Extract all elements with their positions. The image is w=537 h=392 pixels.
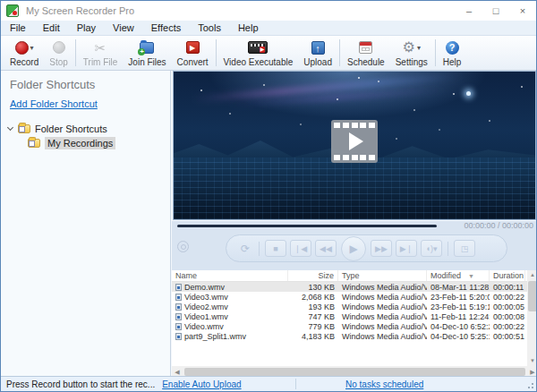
stop-button[interactable]: Stop	[44, 36, 73, 70]
column-header-type[interactable]: Type	[338, 270, 427, 281]
folder-shortcuts-panel: Folder Shortcuts Add Folder Shortcut Fol…	[1, 71, 171, 377]
app-window: My Screen Recorder Pro – □ × File Edit P…	[0, 0, 537, 392]
play-triangle-icon	[349, 132, 363, 150]
enable-auto-upload-link[interactable]: Enable Auto Upload	[162, 379, 241, 389]
toolbar-separator	[339, 39, 340, 66]
preview-stars	[174, 72, 175, 73]
table-row[interactable]: Video1.wmv 747 KB Windows Media Audio/Vi…	[172, 311, 527, 321]
menu-bar: File Edit Play View Effects Tools Help	[1, 21, 536, 36]
window-title: My Screen Recorder Pro	[26, 5, 134, 16]
skip-forward-button[interactable]: ▶❘	[396, 240, 417, 257]
help-button[interactable]: ? Help	[438, 36, 467, 70]
record-icon	[15, 41, 29, 55]
menu-edit[interactable]: Edit	[43, 22, 60, 33]
convert-icon	[186, 41, 200, 54]
video-file-icon	[175, 333, 182, 340]
resize-grip[interactable]	[527, 382, 534, 389]
skip-back-button[interactable]: ❘◀	[290, 240, 311, 257]
fast-forward-button[interactable]: ▶▶	[371, 240, 392, 257]
join-files-icon	[140, 42, 154, 54]
table-row[interactable]: Video3.wmv 2,068 KB Windows Media Audio/…	[172, 292, 527, 302]
scroll-down-icon[interactable]: ▼	[527, 356, 537, 366]
folder-icon	[18, 124, 30, 133]
preview-star	[466, 91, 471, 96]
table-header: Name Size Type Modified▼ Duration	[172, 270, 527, 282]
volume-button[interactable]: ◖)▾	[421, 240, 442, 257]
scroll-right-icon[interactable]: ▶	[527, 369, 537, 376]
video-file-icon	[175, 313, 182, 320]
trim-file-button[interactable]: ✂ Trim File	[78, 36, 124, 70]
rewind-button[interactable]: ◀◀	[315, 240, 337, 257]
schedule-icon	[359, 41, 372, 54]
recordings-table: Name Size Type Modified▼ Duration Demo.w…	[172, 270, 527, 366]
toolbar: ▾ Record Stop ✂ Trim File Join Files Con…	[1, 36, 536, 71]
menu-effects[interactable]: Effects	[151, 22, 181, 33]
table-row[interactable]: Demo.wmv 130 KB Windows Media Audio/Vide…	[172, 282, 527, 292]
folder-icon	[28, 139, 40, 148]
video-preview[interactable]	[173, 71, 536, 220]
record-indicator-icon[interactable]	[177, 241, 189, 252]
menu-file[interactable]: File	[10, 22, 26, 33]
scroll-left-icon[interactable]: ◀	[172, 369, 183, 376]
scroll-up-icon[interactable]: ▲	[527, 270, 537, 280]
panel-title: Folder Shortcuts	[1, 71, 170, 91]
minimize-button[interactable]: –	[456, 1, 482, 21]
no-tasks-scheduled-link[interactable]: No tasks scheduled	[345, 379, 423, 389]
video-file-icon	[175, 294, 182, 301]
column-header-modified[interactable]: Modified▼	[427, 270, 490, 281]
scrollbar-thumb[interactable]	[528, 281, 537, 311]
chevron-down-icon[interactable]	[7, 124, 13, 131]
app-icon	[6, 4, 19, 17]
video-executable-icon	[248, 41, 268, 54]
upload-icon	[311, 41, 325, 55]
preview-grid-floor	[174, 158, 535, 219]
video-executable-button[interactable]: Video Executable	[218, 36, 299, 70]
scissors-icon: ✂	[95, 41, 107, 55]
status-message: Press Record button to start the rec...	[6, 379, 155, 389]
transport-bar: ⟳ ■ ❘◀ ◀◀ ▶ ▶▶ ▶❘ ◖)▾ ◳	[226, 234, 507, 262]
status-separator	[295, 379, 296, 389]
settings-dropdown-icon[interactable]: ▾	[417, 44, 421, 52]
toolbar-separator	[216, 39, 217, 66]
add-folder-shortcut-link[interactable]: Add Folder Shortcut	[10, 98, 98, 109]
record-dropdown-icon[interactable]: ▾	[30, 44, 34, 52]
menu-tools[interactable]: Tools	[198, 22, 221, 33]
play-video-icon[interactable]	[331, 120, 378, 163]
video-file-icon	[175, 303, 182, 311]
join-files-button[interactable]: Join Files	[123, 36, 171, 70]
menu-help[interactable]: Help	[238, 22, 259, 33]
video-file-icon	[175, 284, 182, 291]
seek-bar[interactable]	[177, 225, 437, 227]
menu-view[interactable]: View	[113, 22, 134, 33]
upload-button[interactable]: Upload	[298, 36, 337, 70]
table-row[interactable]: Video2.wmv 193 KB Windows Media Audio/Vi…	[172, 302, 527, 311]
play-button[interactable]: ▶	[341, 236, 366, 261]
tree-node-my-recordings[interactable]: My Recordings	[1, 136, 170, 150]
settings-button[interactable]: ⚙▾ Settings	[390, 36, 433, 70]
time-display: 00:00:00 / 00:00:00	[464, 221, 533, 230]
vertical-scrollbar[interactable]: ▲ ▼	[527, 270, 537, 366]
help-icon: ?	[446, 41, 459, 55]
close-button[interactable]: ×	[509, 1, 536, 21]
table-row[interactable]: Video.wmv 779 KB Windows Media Audio/Vid…	[172, 321, 527, 331]
table-row[interactable]: part9_Split1.wmv 4,183 KB Windows Media …	[172, 331, 527, 341]
folder-tree: Folder Shortcuts My Recordings	[1, 122, 170, 150]
stop-playback-button[interactable]: ■	[265, 240, 286, 257]
record-button[interactable]: ▾ Record	[4, 36, 44, 70]
menu-play[interactable]: Play	[77, 22, 96, 33]
column-header-name[interactable]: Name	[172, 270, 288, 281]
sort-descending-icon: ▼	[468, 273, 474, 279]
schedule-button[interactable]: Schedule	[342, 36, 390, 70]
convert-button[interactable]: Convert	[172, 36, 214, 70]
stop-icon	[53, 41, 65, 54]
column-header-size[interactable]: Size	[288, 270, 338, 281]
scrollbar-thumb[interactable]	[184, 368, 525, 376]
maximize-button[interactable]: □	[482, 1, 509, 21]
column-header-duration[interactable]: Duration	[490, 270, 525, 281]
detach-window-button[interactable]: ◳	[454, 240, 475, 257]
player-controls: 00:00:00 / 00:00:00 ⟳ ■ ❘◀ ◀◀ ▶ ▶▶ ▶❘ ◖)…	[172, 221, 537, 270]
window-controls: – □ ×	[456, 1, 536, 21]
tree-node-folder-shortcuts[interactable]: Folder Shortcuts	[1, 122, 170, 136]
toolbar-separator	[75, 39, 76, 66]
loop-button[interactable]: ⟳	[237, 240, 253, 257]
